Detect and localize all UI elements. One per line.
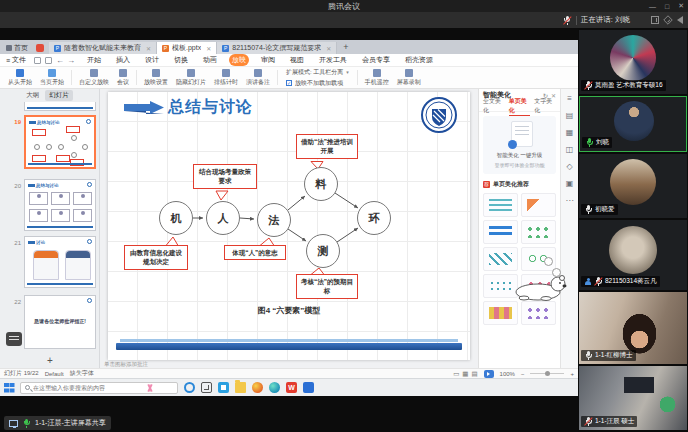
menu-transition[interactable]: 切换 <box>171 54 191 66</box>
zoom-in-button[interactable]: + <box>570 371 574 377</box>
add-slide-button[interactable]: + <box>0 355 100 366</box>
phone-remote-button[interactable]: 手机遥控 <box>361 69 393 87</box>
menu-design[interactable]: 设计 <box>142 54 162 66</box>
polar-bear-assistant[interactable] <box>512 271 570 301</box>
document-tab-active[interactable]: P 模板.pptx ✕ <box>157 42 217 54</box>
close-tab-icon[interactable]: ✕ <box>206 45 211 52</box>
menu-insert[interactable]: 插入 <box>113 54 133 66</box>
slide-thumbnail-20[interactable]: 总结与讨论 <box>24 179 96 231</box>
template-thumb[interactable] <box>521 193 556 217</box>
file-menu[interactable]: ≡ 文件 <box>0 55 32 65</box>
template-thumb[interactable] <box>483 247 518 271</box>
play-slideshow-button[interactable] <box>484 370 494 378</box>
edge-browser-icon[interactable] <box>269 382 280 393</box>
layout-switch-icon[interactable] <box>663 15 673 25</box>
hide-slide-button[interactable]: 隐藏幻灯片 <box>172 69 210 87</box>
play-from-current-button[interactable]: 当页开始 <box>36 69 68 87</box>
template-thumb[interactable] <box>483 301 518 325</box>
undo-icon[interactable]: ← <box>56 57 63 64</box>
save-icon[interactable] <box>34 57 41 64</box>
search-input[interactable] <box>33 385 143 391</box>
minimize-button[interactable]: — <box>649 3 656 10</box>
screen-share-banner[interactable]: 1-1-汪晨-主讲屏幕共享 <box>4 416 111 430</box>
meeting-button[interactable]: 会议 <box>113 69 133 87</box>
wps-app-icon[interactable]: W <box>286 382 297 393</box>
reading-view-icon[interactable]: ▤ <box>471 370 477 378</box>
close-button[interactable]: ✕ <box>678 2 684 10</box>
print-icon[interactable] <box>45 57 52 64</box>
layout-icon[interactable]: ▤ <box>566 112 574 120</box>
template-thumb[interactable] <box>521 220 556 244</box>
slide-thumbnail-21[interactable]: 讨论 <box>24 236 96 288</box>
self-mic-muted-icon[interactable] <box>563 16 572 25</box>
document-tab[interactable]: P 随着数智化赋能未来教育 ✕ <box>49 42 157 54</box>
menu-docer[interactable]: 稻壳资源 <box>402 54 436 66</box>
participant-tile[interactable]: 821150314蒋云凡 <box>579 220 687 290</box>
browser-icon[interactable] <box>252 382 263 393</box>
extend-mode-dropdown[interactable]: 扩展模式: 工具栏分离▾ <box>286 68 349 77</box>
document-tab[interactable]: P 82115074-论文撰写规范要求 ✕ <box>217 42 337 54</box>
participant-tile[interactable]: 初晓爱 <box>579 154 687 218</box>
theme-name[interactable]: Default <box>45 371 64 377</box>
chart-icon[interactable]: ▣ <box>566 180 574 188</box>
show-settings-button[interactable]: 放映设置 <box>140 69 172 87</box>
menu-review[interactable]: 审阅 <box>258 54 278 66</box>
menu-slideshow[interactable]: 放映 <box>229 54 249 66</box>
close-tab-icon[interactable]: ✕ <box>146 45 151 52</box>
tab-text-beautify[interactable]: 文字美化 <box>534 97 556 115</box>
start-button[interactable] <box>4 383 14 393</box>
participant-tile-video[interactable]: 1-1-汪晨 硕士 <box>579 366 687 430</box>
menu-animation[interactable]: 动画 <box>200 54 220 66</box>
slide-thumbnail-22[interactable]: 恳请各位老师批评指正! <box>24 295 96 349</box>
template-thumb[interactable] <box>483 220 518 244</box>
play-from-start-button[interactable]: 从头开始 <box>4 69 36 87</box>
slide-thumbnail-19[interactable]: 总结与讨论 <box>24 115 96 169</box>
menu-member[interactable]: 会员专享 <box>359 54 393 66</box>
normal-view-icon[interactable]: ▭ <box>453 370 459 378</box>
login-promo-card[interactable]: 智能美化 一键升级 登录即可体验全部功能 <box>483 116 556 174</box>
outline-toggle-float-button[interactable] <box>6 332 22 346</box>
taskbar-search[interactable] <box>20 382 178 394</box>
menu-devtools[interactable]: 开发工具 <box>316 54 350 66</box>
close-tab-icon[interactable]: ✕ <box>326 45 331 52</box>
outline-tab[interactable]: 大纲 <box>26 91 39 100</box>
float-widget-icon[interactable] <box>552 268 561 277</box>
addin-checkbox[interactable]: ✓ 放映不加载加载项 <box>286 79 349 88</box>
maximize-button[interactable]: □ <box>665 3 669 10</box>
template-thumb[interactable] <box>521 301 556 325</box>
gallery-view-icon[interactable] <box>651 16 659 24</box>
new-tab-button[interactable]: + <box>337 42 354 54</box>
custom-show-button[interactable]: 自定义放映 <box>75 69 113 87</box>
float-widget-icon[interactable] <box>544 257 553 266</box>
properties-icon[interactable]: ≡ <box>567 95 572 103</box>
shape-icon[interactable]: ◇ <box>566 163 572 171</box>
more-icon[interactable]: ⋯ <box>566 197 574 205</box>
tab-page-beautify[interactable]: 单页美化 <box>509 97 531 116</box>
zoom-slider[interactable] <box>530 373 564 374</box>
menu-start[interactable]: 开始 <box>84 54 104 66</box>
tab-full-beautify[interactable]: 全文美化 <box>483 97 505 115</box>
sorter-view-icon[interactable]: ▦ <box>462 370 468 378</box>
participant-tile-speaking[interactable]: 刘晓 <box>579 96 687 152</box>
pinned-app-icon[interactable] <box>303 382 314 393</box>
redo-icon[interactable]: → <box>67 57 74 64</box>
exit-fullscreen-icon[interactable] <box>677 16 683 24</box>
docer-tab-icon[interactable] <box>36 44 44 52</box>
task-view-icon[interactable] <box>201 382 212 393</box>
mail-app-icon[interactable] <box>218 382 229 393</box>
speaker-notes-button[interactable]: 演讲备注 <box>242 69 274 87</box>
grid-icon[interactable]: ▦ <box>566 129 574 137</box>
cortana-icon[interactable] <box>184 382 195 393</box>
rehearse-timing-button[interactable]: 排练计时 <box>210 69 242 87</box>
home-tab[interactable]: 首页 <box>0 42 34 54</box>
participant-tile-video[interactable]: 1-1-红柳博士 <box>579 292 687 364</box>
file-explorer-icon[interactable] <box>235 382 246 393</box>
menu-view[interactable]: 视图 <box>287 54 307 66</box>
slides-tab[interactable]: 幻灯片 <box>45 90 73 101</box>
missing-font-warning[interactable]: 缺失字体 <box>70 369 94 378</box>
template-thumb[interactable] <box>483 193 518 217</box>
screen-record-button[interactable]: 屏幕录制 <box>393 69 425 87</box>
zoom-out-button[interactable]: − <box>521 371 525 377</box>
participant-tile[interactable]: 莫雨盈 艺术教育专硕16 <box>579 30 687 94</box>
slide-thumbnail-partial[interactable] <box>24 102 96 111</box>
